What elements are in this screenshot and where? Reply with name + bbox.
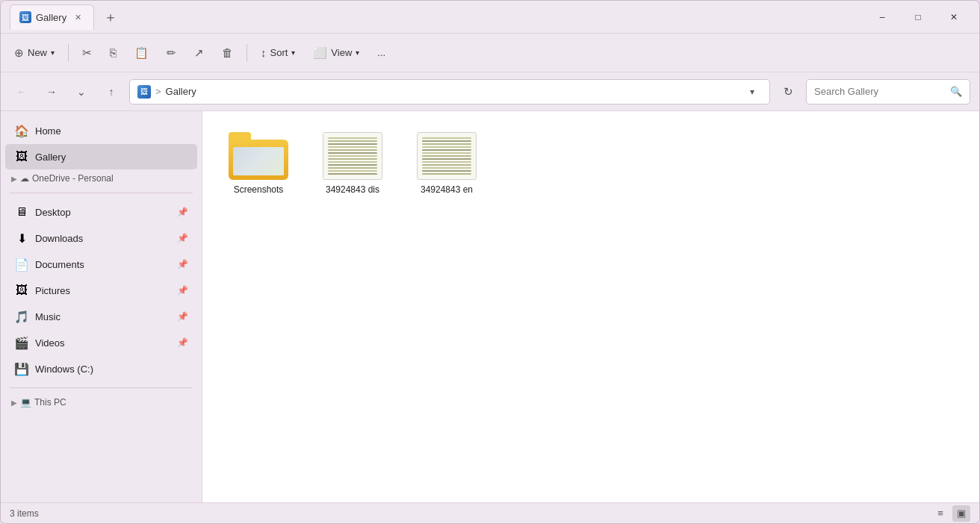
file-item-screenshots[interactable]: Screenshots — [217, 126, 300, 202]
cut-button[interactable]: ✂ — [75, 40, 99, 66]
thumb-line — [422, 155, 471, 157]
thumb-line — [328, 149, 377, 151]
new-button[interactable]: ⊕ New ▾ — [7, 40, 62, 66]
sort-label: Sort — [270, 47, 288, 58]
thumb-line — [422, 158, 471, 160]
thumb-line — [328, 158, 377, 160]
minimize-button[interactable]: – — [866, 5, 899, 29]
sidebar-downloads-label: Downloads — [35, 233, 171, 244]
gallery-icon: 🖼 — [14, 150, 29, 163]
sidebar-home-label: Home — [35, 125, 188, 137]
close-button[interactable]: ✕ — [937, 5, 970, 29]
downloads-icon: ⬇ — [14, 231, 29, 246]
thumb-line — [328, 167, 377, 169]
downloads-pin-icon: 📌 — [177, 233, 188, 243]
list-view-button[interactable]: ≡ — [931, 505, 949, 522]
thumb-line — [328, 137, 377, 139]
home-icon: 🏠 — [14, 124, 29, 138]
thumb-line — [328, 143, 377, 145]
music-pin-icon: 📌 — [177, 311, 188, 322]
toolbar: ⊕ New ▾ ✂ ⎘ 📋 ✏ ↗ 🗑 ↕ Sort ▾ ⬜ — [1, 34, 979, 72]
thumb-line — [422, 149, 471, 151]
pictures-pin-icon: 📌 — [177, 285, 188, 296]
view-label: View — [331, 47, 352, 58]
status-bar: 3 items ≡ ▣ — [1, 502, 979, 523]
sidebar: 🏠 Home 🖼 Gallery ▶ ☁ OneDrive - Personal… — [1, 111, 202, 502]
thumb-line — [422, 173, 471, 175]
sidebar-windows-c-label: Windows (C:) — [35, 364, 188, 375]
share-button[interactable]: ↗ — [187, 40, 211, 66]
view-button[interactable]: ⬜ View ▾ — [306, 40, 367, 66]
recent-locations-button[interactable]: ⌄ — [69, 80, 93, 104]
folder-body — [229, 140, 288, 180]
share-icon: ↗ — [194, 46, 204, 60]
sidebar-divider-2 — [10, 387, 193, 388]
toolbar-separator-2 — [246, 44, 247, 62]
desktop-pin-icon: 📌 — [177, 207, 188, 217]
sidebar-item-onedrive[interactable]: ▶ ☁ OneDrive - Personal — [5, 170, 197, 187]
thumb-line — [328, 155, 377, 157]
sidebar-item-pictures[interactable]: 🖼 Pictures 📌 — [5, 278, 197, 303]
pictures-icon: 🖼 — [14, 284, 29, 297]
paste-button[interactable]: 📋 — [127, 40, 156, 66]
address-dropdown-button[interactable]: ▾ — [742, 82, 762, 102]
file-item-34924843-en[interactable]: 34924843 en — [406, 126, 488, 202]
address-path-icon: 🖼 — [137, 85, 151, 99]
sidebar-item-music[interactable]: 🎵 Music 📌 — [5, 304, 197, 329]
more-button[interactable]: ... — [370, 40, 393, 66]
folder-icon-screenshots — [229, 132, 288, 180]
copy-button[interactable]: ⎘ — [102, 40, 124, 66]
window: 🖼 Gallery ✕ ＋ – □ ✕ ⊕ New ▾ ✂ ⎘ 📋 — [0, 0, 980, 524]
toolbar-separator-1 — [68, 44, 69, 62]
maximize-button[interactable]: □ — [902, 5, 934, 29]
file-label-screenshots: Screenshots — [234, 184, 284, 196]
grid-view-button[interactable]: ▣ — [952, 505, 970, 522]
sidebar-item-gallery[interactable]: 🖼 Gallery — [5, 144, 197, 169]
this-pc-expand-icon: ▶ — [11, 399, 17, 407]
address-input[interactable]: 🖼 > Gallery ▾ — [129, 79, 770, 105]
sidebar-item-desktop[interactable]: 🖥 Desktop 📌 — [5, 199, 197, 225]
thumb-line — [328, 152, 377, 154]
documents-pin-icon: 📌 — [177, 259, 188, 269]
sidebar-item-windows-c[interactable]: 💾 Windows (C:) — [5, 356, 197, 381]
desktop-icon: 🖥 — [14, 205, 29, 219]
file-grid: Screenshots — [217, 126, 964, 202]
thumb-line — [422, 170, 471, 172]
tab-close-button[interactable]: ✕ — [71, 10, 84, 24]
refresh-button[interactable]: ↻ — [776, 80, 800, 104]
tab-gallery[interactable]: 🖼 Gallery ✕ — [10, 4, 94, 30]
thumb-line — [422, 146, 471, 148]
rename-button[interactable]: ✏ — [159, 40, 184, 66]
new-tab-button[interactable]: ＋ — [100, 7, 121, 28]
search-input[interactable] — [814, 86, 946, 97]
sidebar-item-documents[interactable]: 📄 Documents 📌 — [5, 252, 197, 277]
sidebar-item-home[interactable]: 🏠 Home — [5, 118, 197, 143]
sidebar-item-videos[interactable]: 🎬 Videos 📌 — [5, 330, 197, 355]
delete-button[interactable]: 🗑 — [214, 40, 241, 66]
file-item-34924843-dis[interactable]: 34924843 dis — [311, 126, 394, 202]
music-icon: 🎵 — [14, 310, 29, 324]
image-thumb-inner-en — [418, 133, 476, 179]
view-controls: ≡ ▣ — [931, 505, 970, 522]
main-area: 🏠 Home 🖼 Gallery ▶ ☁ OneDrive - Personal… — [1, 111, 979, 502]
sort-button[interactable]: ↕ Sort ▾ — [253, 40, 303, 66]
back-button[interactable]: ← — [10, 80, 34, 104]
search-icon: 🔍 — [950, 86, 962, 97]
sidebar-gallery-label: Gallery — [35, 152, 188, 163]
address-bar: ← → ⌄ ↑ 🖼 > Gallery ▾ ↻ 🔍 — [1, 72, 979, 111]
address-separator: > — [155, 86, 161, 97]
sidebar-documents-label: Documents — [35, 259, 171, 270]
sidebar-pictures-label: Pictures — [35, 285, 171, 296]
file-area: Screenshots — [202, 111, 979, 502]
thumb-line — [422, 143, 471, 145]
sidebar-item-downloads[interactable]: ⬇ Downloads 📌 — [5, 225, 197, 251]
cut-icon: ✂ — [82, 46, 92, 60]
forward-button[interactable]: → — [40, 80, 63, 104]
tab-label: Gallery — [36, 12, 66, 23]
videos-pin-icon: 📌 — [177, 337, 188, 348]
sidebar-item-this-pc[interactable]: ▶ 💻 This PC — [5, 394, 197, 411]
address-path-current: Gallery — [166, 86, 196, 97]
image-thumb-dis — [323, 132, 382, 180]
sort-icon: ↕ — [261, 46, 267, 59]
up-button[interactable]: ↑ — [99, 80, 123, 104]
